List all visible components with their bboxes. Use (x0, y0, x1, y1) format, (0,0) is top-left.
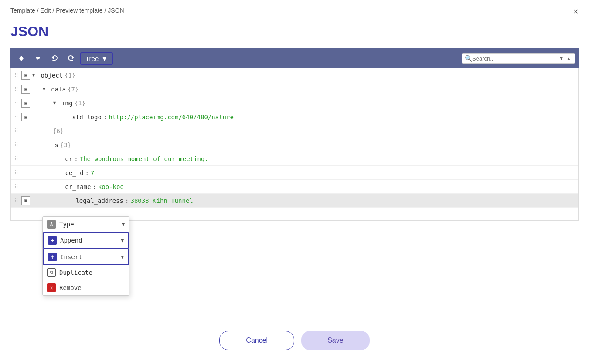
ctx-type-arrow: ▼ (122, 222, 125, 227)
expand-all-button[interactable] (14, 53, 29, 64)
undo-button[interactable] (47, 53, 62, 64)
page-title: JSON (0, 20, 589, 48)
ctx-insert-label: Insert (60, 253, 82, 260)
ctx-insert-arrow: ▼ (121, 254, 124, 260)
duplicate-icon: ⧉ (47, 268, 56, 277)
tree-row[interactable]: ⠿ ce_id : 7 (11, 166, 578, 180)
row-icon: ▣ (21, 85, 30, 94)
ctx-append-label: Append (60, 237, 82, 244)
modal-footer: Cancel Save (0, 317, 589, 364)
drag-handle: ⠿ (11, 128, 21, 134)
breadcrumb: Template / Edit / Preview template / JSO… (10, 7, 124, 14)
tree-row[interactable]: ⠿ ▣ ▼ object {1} (11, 68, 578, 82)
type-icon: A (47, 220, 56, 229)
ctx-duplicate-label: Duplicate (59, 269, 92, 276)
remove-icon: ✕ (47, 283, 56, 292)
search-icon: 🔍 (465, 55, 472, 62)
ctx-append-arrow: ▼ (121, 238, 124, 243)
ctx-type-label: Type (59, 221, 74, 228)
drag-handle: ⠿ (11, 184, 21, 190)
toolbar: Tree ▼ 🔍 ▼ ▲ (10, 48, 579, 68)
row-arrow (61, 114, 68, 120)
append-icon: + (48, 236, 57, 245)
row-icon: ▣ (21, 99, 30, 108)
drag-handle: ⠿ (11, 156, 21, 162)
ctx-duplicate-item[interactable]: ⧉ Duplicate (43, 265, 129, 280)
row-arrow: ▼ (51, 100, 58, 106)
ctx-append-item[interactable]: + Append ▼ (43, 232, 129, 249)
tree-row[interactable]: ⠿ ▣ legal_address : 38033 Kihn Tunnel (11, 194, 578, 208)
drag-handle: ⠿ (11, 86, 21, 92)
close-button[interactable]: × (573, 7, 579, 17)
drag-handle: ⠿ (11, 100, 21, 106)
tree-mode-dropdown[interactable]: Tree ▼ (80, 52, 113, 65)
search-next-button[interactable]: ▲ (565, 55, 572, 61)
tree-row[interactable]: ⠿ {6} (11, 124, 578, 138)
ctx-remove-item[interactable]: ✕ Remove (43, 280, 129, 295)
row-arrow: ▼ (30, 72, 37, 78)
search-nav: ▼ ▲ (558, 55, 572, 61)
row-icon: ▣ (21, 71, 30, 80)
tree-row[interactable]: ⠿ er : The wondrous moment of our meetin… (11, 152, 578, 166)
drag-handle: ⠿ (11, 72, 21, 78)
modal: Template / Edit / Preview template / JSO… (0, 0, 589, 364)
tree-row[interactable]: ⠿ ▣ ▼ data {7} (11, 82, 578, 96)
drag-handle: ⠿ (11, 170, 21, 176)
search-input[interactable] (472, 55, 556, 62)
ctx-type-item[interactable]: A Type ▼ (43, 217, 129, 232)
drag-handle: ⠿ (11, 198, 21, 204)
drag-handle: ⠿ (11, 142, 21, 148)
collapse-all-button[interactable] (31, 53, 45, 64)
cancel-button[interactable]: Cancel (219, 331, 294, 350)
save-button[interactable]: Save (301, 331, 369, 350)
tree-content: ⠿ ▣ ▼ object {1} ⠿ ▣ ▼ data {7} ⠿ ▣ ▼ im… (10, 68, 579, 221)
row-icon: ▣ (21, 113, 30, 121)
ctx-insert-item[interactable]: + Insert ▼ (43, 249, 129, 265)
modal-header: Template / Edit / Preview template / JSO… (0, 0, 589, 20)
tree-row[interactable]: ⠿ s {3} (11, 138, 578, 152)
insert-icon: + (48, 253, 57, 261)
tree-row[interactable]: ⠿ ▣ std_logo : http://placeimg.com/640/4… (11, 110, 578, 124)
tree-row[interactable]: ⠿ er_name : koo-koo (11, 180, 578, 194)
row-arrow: ▼ (41, 86, 48, 92)
ctx-remove-label: Remove (59, 284, 82, 291)
drag-handle: ⠿ (11, 114, 21, 120)
row-icon: ▣ (21, 196, 30, 205)
search-box: 🔍 ▼ ▲ (462, 53, 575, 64)
redo-button[interactable] (64, 53, 78, 64)
search-prev-button[interactable]: ▼ (558, 55, 565, 61)
context-menu: A Type ▼ + Append ▼ + Insert ▼ ⧉ Duplica… (42, 216, 129, 296)
tree-row[interactable]: ⠿ ▣ ▼ img {1} (11, 96, 578, 110)
